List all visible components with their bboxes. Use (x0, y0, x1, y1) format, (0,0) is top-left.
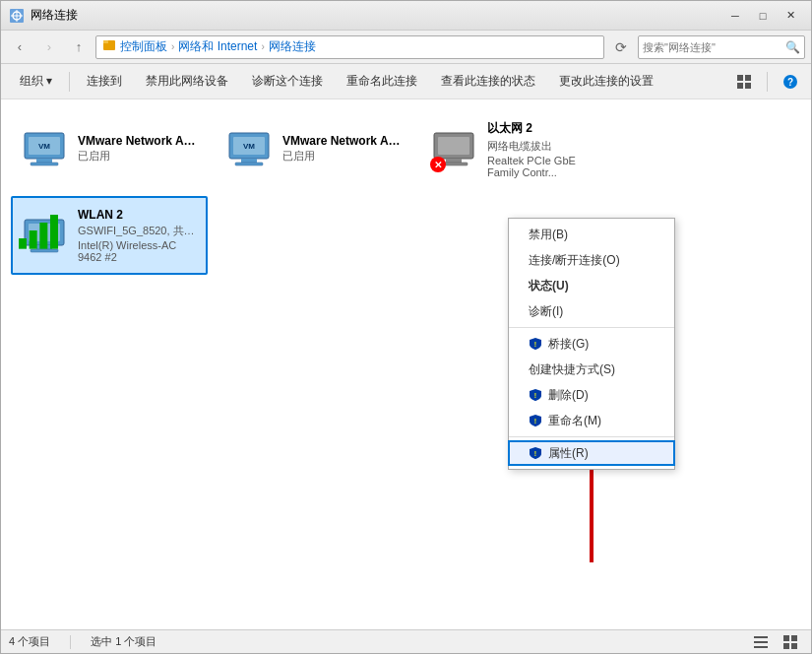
svg-text:VM: VM (243, 142, 255, 151)
toolbar-separator-1 (69, 72, 70, 92)
ctx-status-label: 状态(U) (529, 278, 569, 294)
network-info-vmnet8: VMware Network Adapter VMnet8 已启用 (282, 134, 403, 164)
svg-rect-32 (39, 223, 47, 249)
svg-rect-44 (791, 635, 797, 641)
svg-rect-19 (241, 159, 257, 163)
ctx-disable[interactable]: 禁用(B) (509, 222, 674, 247)
ctx-connect[interactable]: 连接/断开连接(O) (509, 247, 674, 273)
breadcrumb-item-network[interactable]: 网络和 Internet (178, 38, 257, 55)
close-button[interactable]: ✕ (778, 5, 803, 27)
ctx-delete-label: 删除(D) (548, 387, 589, 404)
view-list-button[interactable] (778, 629, 803, 655)
address-bar: ‹ › ↑ 控制面板 › 网络和 Internet › 网络连接 ⟳ 🔍 (1, 31, 811, 64)
network-icon-wlan2 (21, 212, 68, 259)
view-details-button[interactable] (748, 629, 774, 655)
ctx-diagnose[interactable]: 诊断(I) (509, 298, 674, 324)
search-bar: 🔍 (638, 35, 805, 59)
ctx-status[interactable]: 状态(U) (509, 273, 674, 298)
svg-rect-6 (737, 75, 743, 81)
forward-button[interactable]: › (36, 35, 62, 59)
network-item-ethernet[interactable]: ✕ 以太网 2 网络电缆拔出 Realtek PCIe GbE Family C… (420, 109, 617, 188)
ctx-rename[interactable]: ! 重命名(M) (509, 408, 674, 433)
ctx-connect-label: 连接/断开连接(O) (529, 252, 620, 269)
network-item-vmnet8[interactable]: VM VMware Network Adapter VMnet8 已启用 (216, 109, 412, 188)
status-separator (70, 635, 71, 649)
window-icon (9, 8, 25, 24)
network-icon-ethernet: ✕ (430, 125, 477, 172)
help-button[interactable]: ? (778, 69, 803, 95)
main-window: 网络连接 ─ □ ✕ ‹ › ↑ 控制面板 › 网络和 Internet › 网… (0, 0, 812, 654)
connect-button[interactable]: 连接到 (76, 68, 133, 96)
status-total: 4 个项目 (9, 634, 50, 649)
organize-button[interactable]: 组织 ▾ (9, 68, 63, 96)
network-status-vmnet8: 已启用 (282, 149, 403, 164)
ctx-bridge[interactable]: ! 桥接(G) (509, 331, 674, 357)
ctx-properties[interactable]: ! 属性(R) (508, 440, 675, 466)
svg-text:!: ! (534, 418, 536, 425)
svg-rect-7 (745, 75, 751, 81)
network-item-wlan2[interactable]: WLAN 2 GSWIFI_5G_8520, 共享的 Intel(R) Wire… (11, 196, 208, 275)
up-button[interactable]: ↑ (66, 35, 92, 59)
svg-rect-45 (783, 643, 789, 649)
network-detail-ethernet: 网络电缆拔出 (487, 139, 607, 154)
error-icon-ethernet: ✕ (430, 157, 446, 172)
network-detail-wlan2: GSWIFI_5G_8520, 共享的 (78, 224, 198, 238)
svg-rect-20 (235, 163, 263, 165)
refresh-button[interactable]: ⟳ (608, 35, 634, 59)
svg-rect-15 (31, 163, 58, 165)
svg-rect-31 (30, 230, 37, 249)
status-selected: 选中 1 个项目 (91, 634, 156, 649)
back-button[interactable]: ‹ (7, 35, 32, 59)
title-bar: 网络连接 ─ □ ✕ (1, 1, 811, 31)
svg-text:!: ! (534, 341, 536, 348)
window-controls: ─ □ ✕ (722, 5, 803, 27)
svg-rect-9 (745, 83, 751, 89)
ctx-delete[interactable]: ! 删除(D) (509, 382, 674, 408)
content-area: VM VMware Network Adapter VMnet1 已启用 (1, 99, 811, 629)
change-settings-button[interactable]: 更改此连接的设置 (548, 68, 664, 96)
svg-text:!: ! (534, 392, 536, 399)
network-item-vmnet1[interactable]: VM VMware Network Adapter VMnet1 已启用 (11, 109, 208, 188)
svg-rect-46 (791, 643, 797, 649)
rename-button[interactable]: 重命名此连接 (336, 68, 428, 96)
ctx-shortcut[interactable]: 创建快捷方式(S) (509, 357, 674, 382)
ctx-bridge-label: 桥接(G) (548, 336, 589, 353)
network-info-wlan2: WLAN 2 GSWIFI_5G_8520, 共享的 Intel(R) Wire… (78, 208, 198, 263)
svg-rect-43 (783, 635, 789, 641)
network-info-ethernet: 以太网 2 网络电缆拔出 Realtek PCIe GbE Family Con… (487, 120, 607, 178)
ctx-separator-2 (509, 436, 674, 437)
wifi-bars (19, 207, 66, 257)
breadcrumb-icon (102, 38, 116, 55)
window-title: 网络连接 (31, 7, 722, 24)
ctx-shortcut-label: 创建快捷方式(S) (529, 361, 615, 378)
ctx-bridge-shield: ! (529, 337, 542, 351)
view-status-button[interactable]: 查看此连接的状态 (430, 68, 546, 96)
network-name-vmnet8: VMware Network Adapter VMnet8 (282, 134, 403, 148)
status-bar: 4 个项目 选中 1 个项目 (1, 629, 811, 653)
svg-rect-8 (737, 83, 743, 89)
ctx-disable-label: 禁用(B) (529, 227, 568, 243)
network-name-ethernet: 以太网 2 (487, 120, 607, 137)
toolbar-separator-2 (767, 72, 768, 92)
svg-rect-14 (36, 159, 52, 163)
network-name-wlan2: WLAN 2 (78, 208, 198, 222)
breadcrumb-item-connections[interactable]: 网络连接 (269, 38, 316, 55)
minimize-button[interactable]: ─ (722, 5, 748, 27)
svg-rect-24 (446, 159, 462, 163)
toolbar: 组织 ▾ 连接到 禁用此网络设备 诊断这个连接 重命名此连接 查看此连接的状态 … (1, 64, 811, 99)
network-icon-vmnet8: VM (225, 125, 273, 172)
maximize-button[interactable]: □ (750, 5, 776, 27)
view-icon-button[interactable] (731, 69, 757, 95)
search-icon[interactable]: 🔍 (785, 40, 800, 54)
view-controls (748, 629, 803, 655)
breadcrumb-item-controlpanel[interactable]: 控制面板 (120, 38, 167, 55)
network-status-wlan2: Intel(R) Wireless-AC 9462 #2 (78, 239, 198, 263)
search-input[interactable] (643, 41, 781, 53)
diagnose-button[interactable]: 诊断这个连接 (241, 68, 334, 96)
ctx-rename-shield: ! (529, 414, 542, 427)
svg-rect-42 (754, 646, 768, 648)
disable-button[interactable]: 禁用此网络设备 (135, 68, 239, 96)
ctx-properties-label: 属性(R) (548, 445, 589, 462)
network-info-vmnet1: VMware Network Adapter VMnet1 已启用 (78, 134, 198, 164)
ctx-diagnose-label: 诊断(I) (529, 303, 563, 320)
